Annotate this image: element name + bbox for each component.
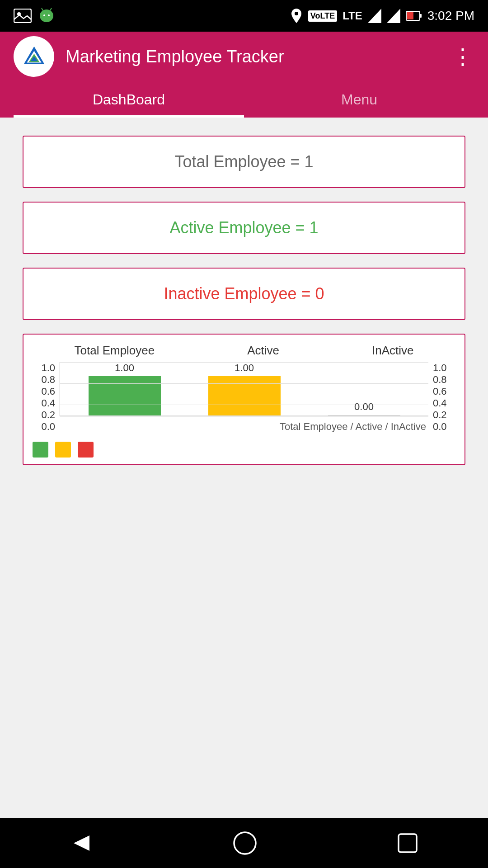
y-label-0.2-left: 0.2	[41, 409, 55, 421]
chart-with-axes: 1.0 0.8 0.6 0.4 0.2 0.0	[28, 362, 460, 435]
bar-active-rect	[208, 376, 281, 416]
bottom-nav	[0, 818, 488, 868]
signal-icon-1	[368, 9, 381, 23]
inactive-employee-text: Inactive Employee = 0	[164, 284, 324, 303]
chart-header: Total Employee Active InActive	[28, 344, 460, 358]
y-label-0.4-right: 0.4	[433, 397, 447, 409]
y-label-0.8-left: 0.8	[41, 374, 55, 386]
tab-menu[interactable]: Menu	[244, 81, 474, 118]
home-icon	[233, 831, 258, 856]
svg-marker-8	[368, 9, 381, 23]
tab-dashboard[interactable]: DashBoard	[14, 81, 244, 118]
grid-line-1.0	[60, 362, 428, 373]
y-label-1.0-left: 1.0	[41, 362, 55, 374]
tab-menu-label: Menu	[341, 91, 377, 108]
y-label-0.6-right: 0.6	[433, 386, 447, 397]
svg-rect-12	[407, 12, 413, 19]
chart-bars-area: 1.00 1.00 0.00	[60, 362, 428, 416]
svg-point-7	[295, 12, 298, 15]
chart-inner: 1.00 1.00 0.00	[60, 362, 428, 435]
status-bar-right: VoLTE LTE 3:02 PM	[290, 8, 474, 24]
y-label-0.0-left: 0.0	[41, 421, 55, 433]
legend-dot-total	[33, 442, 48, 458]
y-label-0.4-left: 0.4	[41, 397, 55, 409]
chart-header-inactive: InActive	[372, 344, 414, 358]
app-logo	[14, 36, 54, 77]
svg-line-5	[42, 8, 43, 10]
chart-legend	[28, 435, 460, 460]
legend-dot-inactive	[78, 442, 94, 458]
android-icon	[38, 7, 55, 25]
back-button[interactable]	[69, 831, 94, 856]
tab-bar: DashBoard Menu	[14, 81, 474, 118]
status-bar: VoLTE LTE 3:02 PM	[0, 0, 488, 32]
chart-header-total: Total Employee	[74, 344, 155, 358]
logo-svg	[19, 42, 49, 71]
app-bar: Marketing Employee Tracker ⋮ DashBoard M…	[0, 32, 488, 118]
y-label-0.0-right: 0.0	[433, 421, 447, 433]
svg-rect-0	[14, 9, 31, 23]
time-display: 3:02 PM	[427, 9, 474, 23]
volte-badge: VoLTE	[308, 10, 337, 22]
svg-line-6	[50, 8, 52, 10]
grid-line-0.8	[60, 383, 428, 384]
total-employee-text: Total Employee = 1	[174, 152, 313, 171]
svg-marker-9	[387, 9, 400, 23]
svg-point-3	[43, 14, 45, 16]
bar-total-rect	[89, 376, 161, 416]
legend-dot-active	[55, 442, 71, 458]
bar-inactive-label: 0.00	[354, 401, 374, 413]
svg-point-4	[48, 14, 50, 16]
y-axis-right: 1.0 0.8 0.6 0.4 0.2 0.0	[428, 362, 460, 435]
battery-icon	[406, 9, 422, 22]
app-bar-title-row: Marketing Employee Tracker ⋮	[14, 32, 474, 81]
image-icon	[14, 9, 32, 23]
signal-icon-2	[387, 9, 400, 23]
app-bar-left: Marketing Employee Tracker	[14, 36, 284, 77]
chart-header-active: Active	[247, 344, 279, 358]
home-button[interactable]	[233, 831, 258, 856]
location-icon	[290, 8, 303, 24]
total-employee-card: Total Employee = 1	[23, 136, 465, 188]
svg-rect-11	[420, 14, 422, 18]
svg-marker-18	[74, 835, 89, 851]
app-title: Marketing Employee Tracker	[66, 47, 284, 66]
inactive-employee-card: Inactive Employee = 0	[23, 268, 465, 320]
y-axis-left: 1.0 0.8 0.6 0.4 0.2 0.0	[28, 362, 60, 435]
y-label-0.6-left: 0.6	[41, 386, 55, 397]
lte-text: LTE	[343, 9, 362, 22]
y-label-0.2-right: 0.2	[433, 409, 447, 421]
back-icon	[69, 831, 94, 856]
y-label-0.8-right: 0.8	[433, 374, 447, 386]
main-content: Total Employee = 1 Active Employee = 1 I…	[0, 118, 488, 483]
svg-rect-20	[399, 834, 417, 852]
grid-line-0.0	[60, 415, 428, 416]
y-label-1.0-right: 1.0	[433, 362, 447, 374]
active-employee-text: Active Employee = 1	[169, 218, 318, 237]
grid-line-0.6	[60, 394, 428, 394]
grid-line-0.4	[60, 405, 428, 405]
active-employee-card: Active Employee = 1	[23, 202, 465, 254]
recents-button[interactable]	[396, 832, 419, 854]
svg-point-2	[40, 9, 53, 22]
more-options-icon[interactable]: ⋮	[452, 44, 474, 69]
recents-icon	[396, 832, 419, 854]
svg-point-19	[234, 832, 256, 854]
chart-card: Total Employee Active InActive 1.0 0.8 0…	[23, 334, 465, 465]
tab-dashboard-label: DashBoard	[93, 91, 165, 108]
status-bar-left	[14, 7, 55, 25]
x-axis-label: Total Employee / Active / InActive	[60, 416, 428, 435]
